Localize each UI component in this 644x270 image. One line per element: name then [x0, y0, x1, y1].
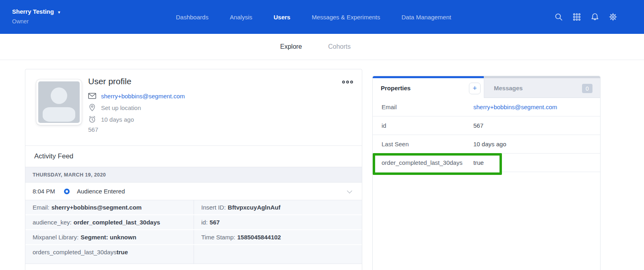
- detail-label: orders_completed_last_30days: [33, 249, 116, 255]
- event-dot-icon: [64, 189, 70, 194]
- detail-row: audience_key:order_completed_last_30days…: [25, 215, 362, 230]
- detail-label: Time Stamp:: [201, 234, 235, 241]
- detail-row: orders_completed_last_30daystrue: [25, 245, 362, 264]
- profile-location-row: Set up location: [88, 103, 141, 112]
- nav-item-dashboards[interactable]: Dashboards: [176, 14, 208, 21]
- detail-value: BftvpxcuyAglnAuf: [228, 204, 281, 211]
- activity-feed-title: Activity Feed: [25, 146, 362, 167]
- search-icon[interactable]: [554, 12, 563, 21]
- messages-count-badge: 0: [582, 84, 592, 93]
- detail-label: Insert ID:: [201, 204, 226, 211]
- event-time: 8:04 PM: [33, 188, 64, 195]
- main-nav: Dashboards Analysis Users Messages & Exp…: [176, 0, 451, 34]
- detail-row: Mixpanel Library:Segment: unknown Time S…: [25, 230, 362, 245]
- tab-cohorts[interactable]: Cohorts: [324, 34, 355, 60]
- property-value: 567: [473, 122, 483, 129]
- nav-item-data-management[interactable]: Data Management: [402, 14, 451, 21]
- detail-row: Email:sherry+bobbins@segment.com Insert …: [25, 200, 362, 215]
- property-label: id: [373, 122, 473, 129]
- event-details-table: Email:sherry+bobbins@segment.com Insert …: [25, 200, 362, 264]
- nav-item-users[interactable]: Users: [274, 14, 291, 21]
- property-label: Email: [373, 104, 473, 110]
- tab-messages-label: Messages: [494, 85, 523, 91]
- property-row-email: Email sherry+bobbins@segment.com: [373, 98, 600, 116]
- event-name: Audience Entered: [77, 188, 125, 195]
- property-row-last-seen: Last Seen 10 days ago: [373, 135, 600, 154]
- project-role: Owner: [12, 18, 60, 25]
- profile-section: User profile sherry+bobbins@segment.com …: [25, 69, 362, 146]
- avatar: [36, 79, 82, 125]
- property-value: 10 days ago: [473, 141, 506, 147]
- profile-last-seen-text: 10 days ago: [101, 116, 134, 123]
- overflow-menu-icon[interactable]: [342, 81, 353, 83]
- detail-label: audience_key:: [33, 219, 72, 226]
- profile-user-id: 567: [88, 126, 98, 133]
- property-label: order_completed_last_30days: [373, 159, 473, 166]
- apps-grid-icon[interactable]: [572, 12, 581, 21]
- chevron-down-icon[interactable]: [347, 188, 352, 193]
- project-switcher[interactable]: Sherry Testing▾ Owner: [12, 8, 60, 25]
- tab-properties[interactable]: Properties +: [373, 76, 484, 98]
- detail-label: Email:: [33, 204, 50, 211]
- profile-title: User profile: [88, 77, 131, 86]
- detail-value: 1585045844102: [237, 234, 281, 241]
- page-tabbar: Explore Cohorts: [0, 34, 644, 60]
- property-label: Last Seen: [373, 141, 473, 147]
- tab-properties-label: Properties: [381, 85, 411, 91]
- add-property-button[interactable]: +: [469, 83, 481, 94]
- alarm-clock-icon: [88, 115, 96, 123]
- detail-label: id:: [201, 219, 208, 226]
- activity-event-row[interactable]: 8:04 PM Audience Entered: [25, 183, 362, 200]
- project-name[interactable]: Sherry Testing: [12, 8, 54, 15]
- properties-panel: Properties + Messages 0 Email sherry+bob…: [372, 76, 601, 270]
- profile-location-text[interactable]: Set up location: [101, 104, 141, 111]
- location-pin-icon: [88, 104, 96, 112]
- profile-email-row: sherry+bobbins@segment.com: [88, 91, 185, 101]
- profile-email-link[interactable]: sherry+bobbins@segment.com: [101, 93, 185, 100]
- property-row-order-completed: order_completed_last_30days true: [373, 154, 600, 172]
- tab-explore[interactable]: Explore: [276, 34, 306, 60]
- property-value: true: [473, 159, 484, 166]
- bell-icon[interactable]: [590, 12, 599, 21]
- detail-value: order_completed_last_30days: [74, 219, 160, 226]
- tab-messages[interactable]: Messages 0: [484, 76, 600, 98]
- detail-value: Segment: unknown: [80, 234, 136, 241]
- nav-item-analysis[interactable]: Analysis: [230, 14, 252, 21]
- detail-value: true: [116, 249, 128, 255]
- detail-value: 567: [210, 219, 220, 226]
- property-row-id: id 567: [373, 116, 600, 135]
- detail-value: sherry+bobbins@segment.com: [52, 204, 142, 211]
- navbar-icons: [554, 0, 617, 34]
- property-value-email-link[interactable]: sherry+bobbins@segment.com: [473, 104, 557, 110]
- properties-table: Email sherry+bobbins@segment.com id 567 …: [373, 98, 600, 172]
- activity-feed-date-header: THURSDAY, MARCH 19, 2020: [25, 167, 362, 183]
- user-profile-card: User profile sherry+bobbins@segment.com …: [25, 69, 362, 270]
- nav-item-messages-experiments[interactable]: Messages & Experiments: [312, 14, 380, 21]
- gear-icon[interactable]: [609, 12, 617, 21]
- panel-tabs: Properties + Messages 0: [373, 76, 600, 98]
- profile-last-seen-row: 10 days ago: [88, 114, 134, 124]
- caret-down-icon: ▾: [58, 10, 60, 15]
- app-screen: Sherry Testing▾ Owner Dashboards Analysi…: [0, 0, 644, 270]
- envelope-icon: [88, 93, 96, 99]
- detail-label: Mixpanel Library:: [33, 234, 78, 241]
- top-navbar: Sherry Testing▾ Owner Dashboards Analysi…: [0, 0, 644, 34]
